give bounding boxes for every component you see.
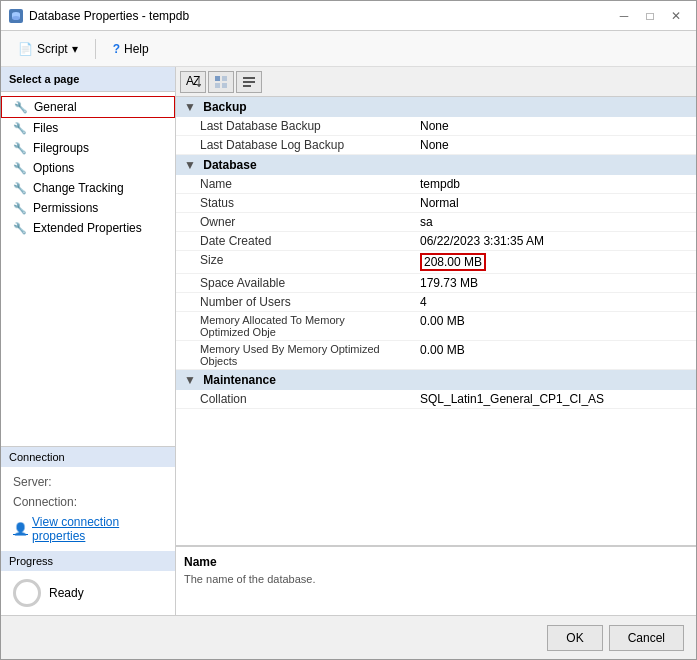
main-window: Database Properties - tempdb ─ □ ✕ 📄 Scr… <box>0 0 697 660</box>
script-button[interactable]: 📄 Script ▾ <box>9 38 87 60</box>
general-icon: 🔧 <box>14 100 28 114</box>
main-content: Select a page 🔧 General 🔧 Files 🔧 Filegr… <box>1 67 696 615</box>
svg-rect-13 <box>243 85 251 87</box>
row-size: Size 208.00 MB <box>176 251 696 274</box>
row-owner: Owner sa <box>176 213 696 232</box>
description-text: The name of the database. <box>184 573 688 585</box>
row-mem-allocated: Memory Allocated To Memory Optimized Obj… <box>176 312 696 341</box>
ready-label: Ready <box>49 586 84 600</box>
connection-header: Connection <box>1 447 175 467</box>
db-icon <box>9 9 23 23</box>
svg-rect-9 <box>215 83 220 88</box>
last-db-backup-name: Last Database Backup <box>176 117 396 136</box>
row-last-db-log-backup: Last Database Log Backup None <box>176 136 696 155</box>
section-database: ▼ Database <box>176 155 696 176</box>
sidebar-item-filegroups[interactable]: 🔧 Filegroups <box>1 138 175 158</box>
status-value: Normal <box>396 194 696 213</box>
svg-rect-12 <box>243 81 255 83</box>
sidebar-item-options[interactable]: 🔧 Options <box>1 158 175 178</box>
size-label: Size <box>176 251 396 274</box>
script-label: Script <box>37 42 68 56</box>
view-connection-link[interactable]: 👤 View connection properties <box>13 515 163 543</box>
help-button[interactable]: ? Help <box>104 38 158 60</box>
permissions-icon: 🔧 <box>13 201 27 215</box>
cancel-button[interactable]: Cancel <box>609 625 684 651</box>
status-label: Status <box>176 194 396 213</box>
properties-toolbar: A Z <box>176 67 696 97</box>
space-available-value: 179.73 MB <box>396 274 696 293</box>
view-connection-icon: 👤 <box>13 522 28 536</box>
files-icon: 🔧 <box>13 121 27 135</box>
window-title: Database Properties - tempdb <box>29 9 189 23</box>
backup-expand-icon: ▼ <box>184 100 196 114</box>
minimize-button[interactable]: ─ <box>612 6 636 26</box>
mem-allocated-label: Memory Allocated To Memory Optimized Obj… <box>176 312 396 341</box>
title-bar-left: Database Properties - tempdb <box>9 9 189 23</box>
owner-value: sa <box>396 213 696 232</box>
sidebar-item-files[interactable]: 🔧 Files <box>1 118 175 138</box>
collation-label: Collation <box>176 390 396 409</box>
extended-properties-icon: 🔧 <box>13 221 27 235</box>
row-space-available: Space Available 179.73 MB <box>176 274 696 293</box>
size-highlight: 208.00 MB <box>420 253 486 271</box>
change-tracking-icon: 🔧 <box>13 181 27 195</box>
sidebar-item-extended-properties[interactable]: 🔧 Extended Properties <box>1 218 175 238</box>
sidebar-item-general-label: General <box>34 100 77 114</box>
row-num-users: Number of Users 4 <box>176 293 696 312</box>
maximize-button[interactable]: □ <box>638 6 662 26</box>
svg-rect-8 <box>222 76 227 81</box>
row-date-created: Date Created 06/22/2023 3:31:35 AM <box>176 232 696 251</box>
options-icon: 🔧 <box>13 161 27 175</box>
num-users-value: 4 <box>396 293 696 312</box>
sidebar-item-change-tracking-label: Change Tracking <box>33 181 124 195</box>
svg-rect-11 <box>243 77 255 79</box>
sidebar-item-general[interactable]: 🔧 General <box>1 96 175 118</box>
props-table: ▼ Backup Last Database Backup None Last … <box>176 97 696 409</box>
svg-rect-10 <box>222 83 227 88</box>
sidebar-item-change-tracking[interactable]: 🔧 Change Tracking <box>1 178 175 198</box>
connection-row: Connection: <box>13 495 163 509</box>
db-name-value: tempdb <box>396 175 696 194</box>
last-db-log-backup-value: None <box>396 136 696 155</box>
section-maintenance: ▼ Maintenance <box>176 370 696 391</box>
content-area: A Z <box>176 67 696 615</box>
footer: OK Cancel <box>1 615 696 659</box>
sidebar-item-extended-properties-label: Extended Properties <box>33 221 142 235</box>
mem-used-value: 0.00 MB <box>396 341 696 370</box>
num-users-label: Number of Users <box>176 293 396 312</box>
last-db-log-backup-name: Last Database Log Backup <box>176 136 396 155</box>
row-name: Name tempdb <box>176 175 696 194</box>
last-db-backup-value: None <box>396 117 696 136</box>
sidebar-item-options-label: Options <box>33 161 74 175</box>
ok-button[interactable]: OK <box>547 625 602 651</box>
sidebar-item-files-label: Files <box>33 121 58 135</box>
connection-label: Connection: <box>13 495 77 509</box>
filegroups-icon: 🔧 <box>13 141 27 155</box>
help-icon: ? <box>113 42 120 56</box>
row-status: Status Normal <box>176 194 696 213</box>
sidebar-item-permissions[interactable]: 🔧 Permissions <box>1 198 175 218</box>
sidebar-item-permissions-label: Permissions <box>33 201 98 215</box>
size-value: 208.00 MB <box>396 251 696 274</box>
server-row: Server: <box>13 475 163 489</box>
collation-value: SQL_Latin1_General_CP1_CI_AS <box>396 390 696 409</box>
title-bar-controls: ─ □ ✕ <box>612 6 688 26</box>
section-backup: ▼ Backup <box>176 97 696 117</box>
close-button[interactable]: ✕ <box>664 6 688 26</box>
date-created-label: Date Created <box>176 232 396 251</box>
script-icon: 📄 <box>18 42 33 56</box>
row-mem-used: Memory Used By Memory Optimized Objects … <box>176 341 696 370</box>
sidebar-items: 🔧 General 🔧 Files 🔧 Filegroups 🔧 Options… <box>1 92 175 446</box>
properties-table: ▼ Backup Last Database Backup None Last … <box>176 97 696 545</box>
owner-label: Owner <box>176 213 396 232</box>
sidebar-item-filegroups-label: Filegroups <box>33 141 89 155</box>
title-bar: Database Properties - tempdb ─ □ ✕ <box>1 1 696 31</box>
date-created-value: 06/22/2023 3:31:35 AM <box>396 232 696 251</box>
sort-az-button[interactable]: A Z <box>180 71 206 93</box>
categorized-button[interactable] <box>208 71 234 93</box>
row-last-db-backup: Last Database Backup None <box>176 117 696 136</box>
database-section-label: Database <box>203 158 256 172</box>
description-button[interactable] <box>236 71 262 93</box>
progress-circle <box>13 579 41 607</box>
toolbar: 📄 Script ▾ ? Help <box>1 31 696 67</box>
